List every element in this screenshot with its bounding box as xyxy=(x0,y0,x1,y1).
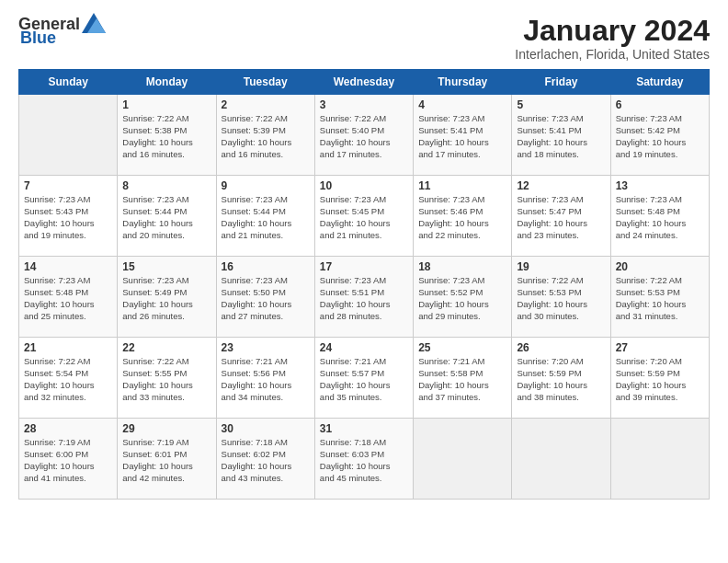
day-number: 31 xyxy=(320,422,408,435)
day-number: 20 xyxy=(616,260,704,273)
day-number: 23 xyxy=(222,341,310,354)
day-number: 16 xyxy=(222,260,310,273)
calendar-cell: 25Sunrise: 7:21 AM Sunset: 5:58 PM Dayli… xyxy=(414,338,512,419)
calendar-cell: 24Sunrise: 7:21 AM Sunset: 5:57 PM Dayli… xyxy=(314,338,413,419)
day-info: Sunrise: 7:19 AM Sunset: 6:00 PM Dayligh… xyxy=(24,437,112,484)
calendar-cell: 22Sunrise: 7:22 AM Sunset: 5:55 PM Dayli… xyxy=(118,338,216,419)
day-info: Sunrise: 7:22 AM Sunset: 5:38 PM Dayligh… xyxy=(122,113,210,160)
day-info: Sunrise: 7:23 AM Sunset: 5:51 PM Dayligh… xyxy=(320,275,408,322)
day-number: 27 xyxy=(616,341,704,354)
calendar-body: 1Sunrise: 7:22 AM Sunset: 5:38 PM Daylig… xyxy=(19,95,710,500)
calendar-cell: 21Sunrise: 7:22 AM Sunset: 5:54 PM Dayli… xyxy=(19,338,118,419)
day-info: Sunrise: 7:23 AM Sunset: 5:52 PM Dayligh… xyxy=(418,275,506,322)
day-info: Sunrise: 7:23 AM Sunset: 5:41 PM Dayligh… xyxy=(418,113,506,160)
day-info: Sunrise: 7:23 AM Sunset: 5:45 PM Dayligh… xyxy=(320,194,408,241)
calendar-cell: 15Sunrise: 7:23 AM Sunset: 5:49 PM Dayli… xyxy=(118,257,216,338)
day-info: Sunrise: 7:23 AM Sunset: 5:49 PM Dayligh… xyxy=(122,275,210,322)
calendar-cell: 2Sunrise: 7:22 AM Sunset: 5:39 PM Daylig… xyxy=(216,95,314,176)
day-info: Sunrise: 7:23 AM Sunset: 5:42 PM Dayligh… xyxy=(616,113,704,160)
day-number: 2 xyxy=(222,98,310,111)
calendar-cell: 3Sunrise: 7:22 AM Sunset: 5:40 PM Daylig… xyxy=(314,95,413,176)
day-number: 8 xyxy=(122,179,210,192)
calendar-cell: 4Sunrise: 7:23 AM Sunset: 5:41 PM Daylig… xyxy=(414,95,512,176)
calendar-cell: 6Sunrise: 7:23 AM Sunset: 5:42 PM Daylig… xyxy=(610,95,709,176)
calendar-cell xyxy=(512,419,610,500)
weekday-header-friday: Friday xyxy=(512,70,610,95)
day-number: 11 xyxy=(418,179,506,192)
calendar-week-1: 1Sunrise: 7:22 AM Sunset: 5:38 PM Daylig… xyxy=(19,95,710,176)
day-info: Sunrise: 7:22 AM Sunset: 5:53 PM Dayligh… xyxy=(517,275,605,322)
calendar-cell: 5Sunrise: 7:23 AM Sunset: 5:41 PM Daylig… xyxy=(512,95,610,176)
calendar-cell xyxy=(414,419,512,500)
calendar-cell xyxy=(19,95,118,176)
day-info: Sunrise: 7:23 AM Sunset: 5:50 PM Dayligh… xyxy=(222,275,310,322)
calendar-title: January 2024 xyxy=(515,15,710,47)
day-info: Sunrise: 7:23 AM Sunset: 5:41 PM Dayligh… xyxy=(517,113,605,160)
calendar-cell: 17Sunrise: 7:23 AM Sunset: 5:51 PM Dayli… xyxy=(314,257,413,338)
day-number: 26 xyxy=(517,341,605,354)
weekday-header-tuesday: Tuesday xyxy=(216,70,314,95)
title-block: January 2024 Interlachen, Florida, Unite… xyxy=(515,15,710,62)
calendar-cell xyxy=(610,419,709,500)
day-info: Sunrise: 7:23 AM Sunset: 5:43 PM Dayligh… xyxy=(24,194,112,241)
calendar-cell: 11Sunrise: 7:23 AM Sunset: 5:46 PM Dayli… xyxy=(414,176,512,257)
calendar-cell: 10Sunrise: 7:23 AM Sunset: 5:45 PM Dayli… xyxy=(314,176,413,257)
day-number: 29 xyxy=(122,422,210,435)
day-number: 5 xyxy=(517,98,605,111)
calendar-cell: 7Sunrise: 7:23 AM Sunset: 5:43 PM Daylig… xyxy=(19,176,118,257)
day-info: Sunrise: 7:22 AM Sunset: 5:39 PM Dayligh… xyxy=(222,113,310,160)
calendar-week-5: 28Sunrise: 7:19 AM Sunset: 6:00 PM Dayli… xyxy=(19,419,710,500)
weekday-header-thursday: Thursday xyxy=(414,70,512,95)
calendar-week-3: 14Sunrise: 7:23 AM Sunset: 5:48 PM Dayli… xyxy=(19,257,710,338)
calendar-cell: 27Sunrise: 7:20 AM Sunset: 5:59 PM Dayli… xyxy=(610,338,709,419)
day-info: Sunrise: 7:22 AM Sunset: 5:54 PM Dayligh… xyxy=(24,356,112,403)
page-header: General Blue January 2024 Interlachen, F… xyxy=(18,15,710,62)
day-number: 25 xyxy=(418,341,506,354)
calendar-cell: 1Sunrise: 7:22 AM Sunset: 5:38 PM Daylig… xyxy=(118,95,216,176)
day-number: 4 xyxy=(418,98,506,111)
weekday-header-row: SundayMondayTuesdayWednesdayThursdayFrid… xyxy=(19,70,710,95)
day-info: Sunrise: 7:21 AM Sunset: 5:57 PM Dayligh… xyxy=(320,356,408,403)
day-number: 19 xyxy=(517,260,605,273)
calendar-cell: 29Sunrise: 7:19 AM Sunset: 6:01 PM Dayli… xyxy=(118,419,216,500)
calendar-header: SundayMondayTuesdayWednesdayThursdayFrid… xyxy=(19,70,710,95)
day-info: Sunrise: 7:21 AM Sunset: 5:56 PM Dayligh… xyxy=(222,356,310,403)
day-number: 13 xyxy=(616,179,704,192)
day-info: Sunrise: 7:23 AM Sunset: 5:48 PM Dayligh… xyxy=(24,275,112,322)
day-info: Sunrise: 7:22 AM Sunset: 5:40 PM Dayligh… xyxy=(320,113,408,160)
weekday-header-saturday: Saturday xyxy=(610,70,709,95)
day-info: Sunrise: 7:20 AM Sunset: 5:59 PM Dayligh… xyxy=(616,356,704,403)
logo-icon xyxy=(82,13,106,33)
day-info: Sunrise: 7:20 AM Sunset: 5:59 PM Dayligh… xyxy=(517,356,605,403)
calendar-cell: 13Sunrise: 7:23 AM Sunset: 5:48 PM Dayli… xyxy=(610,176,709,257)
day-info: Sunrise: 7:23 AM Sunset: 5:48 PM Dayligh… xyxy=(616,194,704,241)
day-info: Sunrise: 7:19 AM Sunset: 6:01 PM Dayligh… xyxy=(122,437,210,484)
day-info: Sunrise: 7:21 AM Sunset: 5:58 PM Dayligh… xyxy=(418,356,506,403)
calendar-cell: 19Sunrise: 7:22 AM Sunset: 5:53 PM Dayli… xyxy=(512,257,610,338)
day-number: 21 xyxy=(24,341,112,354)
day-number: 7 xyxy=(24,179,112,192)
calendar-cell: 23Sunrise: 7:21 AM Sunset: 5:56 PM Dayli… xyxy=(216,338,314,419)
calendar-cell: 16Sunrise: 7:23 AM Sunset: 5:50 PM Dayli… xyxy=(216,257,314,338)
day-number: 22 xyxy=(122,341,210,354)
day-info: Sunrise: 7:22 AM Sunset: 5:55 PM Dayligh… xyxy=(122,356,210,403)
calendar-cell: 20Sunrise: 7:22 AM Sunset: 5:53 PM Dayli… xyxy=(610,257,709,338)
calendar-cell: 14Sunrise: 7:23 AM Sunset: 5:48 PM Dayli… xyxy=(19,257,118,338)
day-info: Sunrise: 7:18 AM Sunset: 6:03 PM Dayligh… xyxy=(320,437,408,484)
calendar-cell: 8Sunrise: 7:23 AM Sunset: 5:44 PM Daylig… xyxy=(118,176,216,257)
day-number: 3 xyxy=(320,98,408,111)
day-number: 28 xyxy=(24,422,112,435)
calendar-cell: 18Sunrise: 7:23 AM Sunset: 5:52 PM Dayli… xyxy=(414,257,512,338)
day-info: Sunrise: 7:23 AM Sunset: 5:44 PM Dayligh… xyxy=(122,194,210,241)
calendar-cell: 31Sunrise: 7:18 AM Sunset: 6:03 PM Dayli… xyxy=(314,419,413,500)
page-container: General Blue January 2024 Interlachen, F… xyxy=(18,15,710,500)
weekday-header-wednesday: Wednesday xyxy=(314,70,413,95)
day-number: 12 xyxy=(517,179,605,192)
weekday-header-sunday: Sunday xyxy=(19,70,118,95)
day-info: Sunrise: 7:23 AM Sunset: 5:44 PM Dayligh… xyxy=(222,194,310,241)
calendar-cell: 28Sunrise: 7:19 AM Sunset: 6:00 PM Dayli… xyxy=(19,419,118,500)
day-number: 15 xyxy=(122,260,210,273)
day-number: 17 xyxy=(320,260,408,273)
calendar-cell: 30Sunrise: 7:18 AM Sunset: 6:02 PM Dayli… xyxy=(216,419,314,500)
day-number: 18 xyxy=(418,260,506,273)
